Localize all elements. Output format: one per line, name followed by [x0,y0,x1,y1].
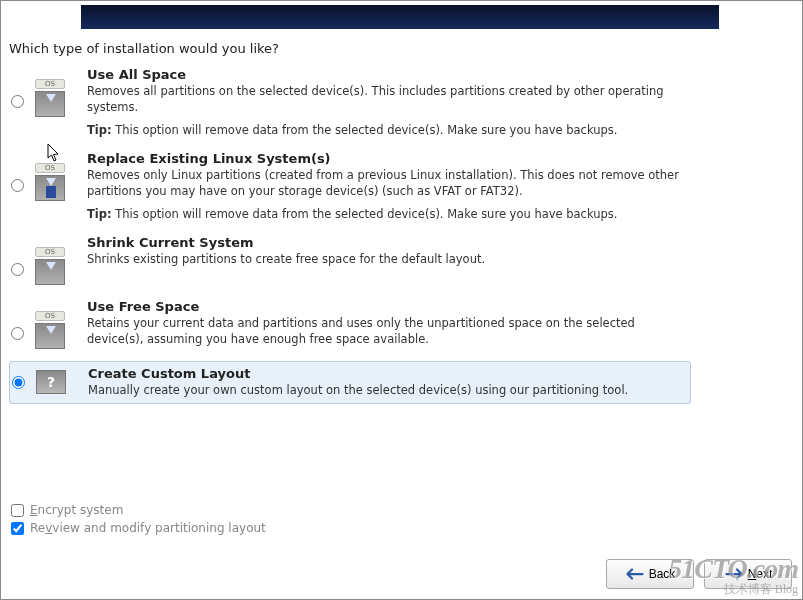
back-button[interactable]: Back [606,559,694,589]
option-tip: Tip: This option will remove data from t… [87,123,689,137]
option-title: Create Custom Layout [88,366,688,381]
option-desc: Manually create your own custom layout o… [88,383,688,399]
disk-icon: OS [35,79,65,117]
radio-replace-existing[interactable] [11,179,24,192]
option-create-custom-layout[interactable]: ? Create Custom Layout Manually create y… [9,361,691,404]
radio-create-custom-layout[interactable] [12,376,25,389]
question-icon: ? [36,370,66,394]
option-replace-existing[interactable]: OS Replace Existing Linux System(s) Remo… [9,149,691,223]
option-title: Shrink Current System [87,235,689,250]
option-use-free[interactable]: OS Use Free Space Retains your current d… [9,297,691,351]
radio-use-free[interactable] [11,327,24,340]
question-text: Which type of installation would you lik… [9,41,279,56]
disk-icon: OS [35,163,65,201]
arrow-left-icon [625,568,645,580]
option-desc: Shrinks existing partitions to create fr… [87,252,689,268]
option-use-all-space[interactable]: OS Use All Space Removes all partitions … [9,65,691,139]
option-shrink[interactable]: OS Shrink Current System Shrinks existin… [9,233,691,287]
bottom-options: Encrypt system Revview and modify partit… [11,503,266,539]
checkbox-encrypt-input[interactable] [11,504,24,517]
option-desc: Removes all partitions on the selected d… [87,84,689,115]
radio-use-all-space[interactable] [11,95,24,108]
options-group: OS Use All Space Removes all partitions … [9,65,691,414]
disk-icon: OS [35,311,65,349]
option-title: Use All Space [87,67,689,82]
radio-shrink[interactable] [11,263,24,276]
option-tip: Tip: This option will remove data from t… [87,207,689,221]
checkbox-review-input[interactable] [11,522,24,535]
checkbox-review-layout[interactable]: Revview and modify partitioning layout [11,521,266,535]
installer-panel: Which type of installation would you lik… [0,0,803,600]
option-desc: Retains your current data and partitions… [87,316,689,347]
arrow-right-icon [724,568,744,580]
option-title: Replace Existing Linux System(s) [87,151,689,166]
checkbox-encrypt-system[interactable]: Encrypt system [11,503,266,517]
disk-icon: OS [35,247,65,285]
header-banner [81,5,719,29]
option-title: Use Free Space [87,299,689,314]
option-desc: Removes only Linux partitions (created f… [87,168,689,199]
nav-buttons: Back Next [606,559,792,589]
next-button[interactable]: Next [704,559,792,589]
